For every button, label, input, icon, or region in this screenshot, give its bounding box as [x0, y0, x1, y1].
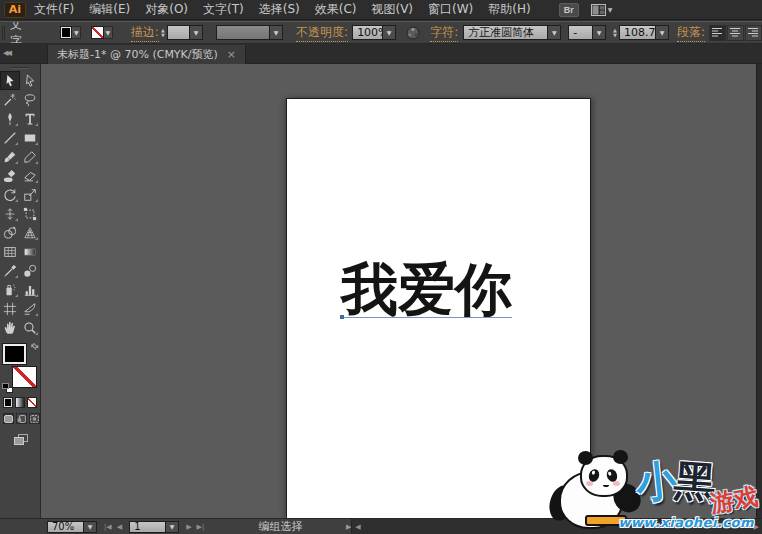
last-artboard-icon[interactable]: ▶| — [197, 522, 205, 532]
collapse-tools-icon[interactable]: ◂◂ — [3, 46, 10, 59]
next-artboard-icon[interactable]: ▶ — [186, 522, 191, 532]
tool-line[interactable] — [0, 128, 20, 147]
artboard-number-select[interactable]: 1 ▼ — [129, 521, 179, 533]
tool-eyedropper[interactable] — [0, 261, 20, 280]
prev-artboard-icon[interactable]: ◀ — [117, 522, 122, 532]
recolor-artwork-icon[interactable] — [406, 26, 420, 40]
document-tab[interactable]: 未标题-1* @ 70% (CMYK/预览) × — [47, 45, 246, 64]
brush-definition-select[interactable]: ▼ — [216, 25, 283, 40]
tool-gradient[interactable] — [20, 242, 40, 261]
tool-pen[interactable] — [0, 109, 20, 128]
none-button[interactable] — [27, 397, 37, 408]
tool-width[interactable] — [0, 204, 20, 223]
tool-rotate[interactable] — [0, 185, 20, 204]
artboard-text[interactable]: 我爱你 — [341, 261, 512, 318]
character-panel-link[interactable]: 字符: — [430, 24, 458, 42]
app-logo-icon: Ai — [4, 2, 26, 18]
menu-item-6[interactable]: 视图(V) — [371, 1, 413, 18]
paragraph-align-group — [709, 25, 762, 41]
color-button[interactable] — [3, 397, 13, 408]
tool-hand[interactable] — [0, 318, 20, 337]
menu-item-7[interactable]: 窗口(W) — [428, 1, 473, 18]
tool-free-transform[interactable] — [20, 204, 40, 223]
chevron-down-icon[interactable]: ▼ — [269, 26, 282, 39]
workspace-switcher[interactable]: ▼ — [591, 4, 613, 16]
vertical-scrollbar[interactable] — [756, 64, 762, 518]
stroke-weight-stepper[interactable]: ▲▼ — [161, 28, 165, 37]
scroll-left-icon[interactable]: ◀ — [355, 523, 360, 531]
tool-selection[interactable] — [0, 71, 20, 90]
tool-blob-brush[interactable] — [0, 166, 20, 185]
anchor-point[interactable] — [340, 315, 344, 319]
chevron-down-icon[interactable]: ▼ — [189, 26, 202, 39]
tool-zoom[interactable] — [20, 318, 40, 337]
tools-panel: ⇄ — [0, 64, 41, 518]
tool-blend[interactable] — [20, 261, 40, 280]
screen-mode-button[interactable] — [11, 432, 31, 448]
menu-item-0[interactable]: 文件(F) — [34, 1, 74, 18]
tool-shape-builder[interactable] — [0, 223, 20, 242]
tool-lasso[interactable] — [20, 90, 40, 109]
tools-panel-gripper[interactable] — [0, 64, 40, 71]
font-family-select[interactable]: 方正准圆简体 ▼ — [463, 25, 561, 40]
chevron-down-icon[interactable]: ▼ — [83, 522, 96, 532]
align-center-icon[interactable] — [727, 25, 744, 41]
tool-perspective-grid[interactable] — [20, 223, 40, 242]
menu-item-4[interactable]: 选择(S) — [259, 1, 300, 18]
bridge-button[interactable]: Br — [559, 3, 579, 17]
stroke-weight-select[interactable]: ▼ — [167, 25, 203, 40]
panel-gripper[interactable] — [2, 26, 6, 40]
chevron-down-icon[interactable]: ▼ — [165, 522, 178, 532]
menu-item-5[interactable]: 效果(C) — [315, 1, 357, 18]
opacity-panel-link[interactable]: 不透明度: — [296, 24, 348, 42]
draw-normal-icon[interactable] — [3, 413, 14, 424]
font-size-select[interactable]: 108.75 ▼ — [619, 25, 669, 40]
chevron-down-icon[interactable]: ▼ — [592, 26, 605, 39]
tool-eraser[interactable] — [20, 166, 40, 185]
align-left-icon[interactable] — [709, 25, 726, 41]
tool-slice[interactable] — [20, 299, 40, 318]
stroke-panel-link[interactable]: 描边: — [131, 24, 159, 42]
zoom-level-select[interactable]: 70% ▼ — [47, 521, 97, 533]
align-right-icon[interactable] — [745, 25, 762, 41]
stroke-swatch-none[interactable] — [12, 366, 37, 388]
font-size-stepper[interactable]: ▲▼ — [613, 28, 617, 37]
tool-pencil[interactable] — [20, 147, 40, 166]
opacity-select[interactable]: 100% ▼ — [352, 25, 396, 40]
chevron-down-icon[interactable]: ▼ — [382, 26, 395, 39]
tab-close-icon[interactable]: × — [227, 48, 236, 61]
tools-grid — [0, 71, 40, 337]
tool-type[interactable] — [20, 109, 40, 128]
tool-scale[interactable] — [20, 185, 40, 204]
fill-color-swatch[interactable] — [60, 26, 73, 39]
chevron-down-icon[interactable]: ▼ — [655, 26, 668, 39]
font-style-select[interactable]: - ▼ — [568, 25, 606, 40]
tool-direct-selection[interactable] — [20, 71, 40, 90]
canvas-area[interactable]: 我爱你 — [41, 64, 756, 518]
menu-item-8[interactable]: 帮助(H) — [488, 1, 530, 18]
artboard[interactable]: 我爱你 — [286, 98, 591, 518]
draw-inside-icon[interactable] — [29, 413, 40, 424]
first-artboard-icon[interactable]: |◀ — [104, 522, 112, 532]
control-bar: 文字 ▼ ▼ 描边: ▲▼ ▼ ▼ 不透明度: 100% ▼ 字符: 方正准圆简… — [0, 21, 762, 44]
menu-item-3[interactable]: 文字(T) — [203, 1, 244, 18]
stroke-color-swatch[interactable] — [91, 26, 104, 39]
chevron-down-icon[interactable]: ▼ — [547, 26, 560, 39]
tool-symbol-sprayer[interactable] — [0, 280, 20, 299]
menu-item-1[interactable]: 编辑(E) — [89, 1, 130, 18]
tool-rectangle[interactable] — [20, 128, 40, 147]
swap-fill-stroke-icon[interactable]: ⇄ — [29, 340, 41, 352]
draw-behind-icon[interactable] — [16, 413, 27, 424]
tool-paintbrush[interactable] — [0, 147, 20, 166]
tool-mesh[interactable] — [0, 242, 20, 261]
gradient-button[interactable] — [15, 397, 25, 408]
fill-color-dropdown-icon[interactable]: ▼ — [72, 26, 81, 39]
watermark-title: 小黑游戏 — [636, 454, 758, 516]
menu-item-2[interactable]: 对象(O) — [145, 1, 188, 18]
paragraph-panel-link[interactable]: 段落: — [677, 24, 705, 42]
tool-column-graph[interactable] — [20, 280, 40, 299]
stroke-color-dropdown-icon[interactable]: ▼ — [104, 26, 113, 39]
tool-artboard[interactable] — [0, 299, 20, 318]
fill-swatch-black[interactable] — [2, 343, 27, 365]
tool-magic-wand[interactable] — [0, 90, 20, 109]
